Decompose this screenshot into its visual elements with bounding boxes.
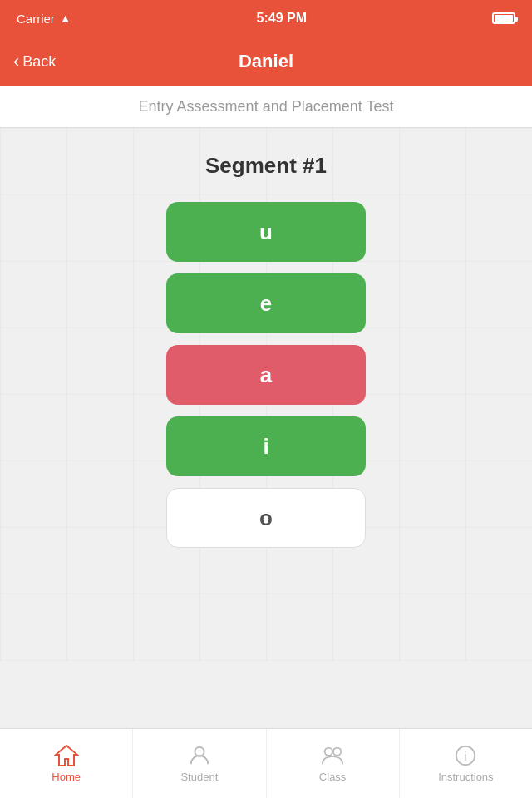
tab-student-label: Student [180,771,218,783]
tab-class[interactable]: Class [267,729,400,798]
wifi-icon: ▲ [60,12,71,25]
main-content: Segment #1 u e a i o [0,128,532,662]
answer-button-u[interactable]: u [166,202,366,262]
back-button[interactable]: ‹ Back [13,52,56,71]
status-bar: Carrier ▲ 5:49 PM [0,0,532,37]
segment-title: Segment #1 [205,153,327,179]
carrier-label: Carrier [17,12,55,26]
home-icon [54,744,79,767]
subtitle-bar: Entry Assessment and Placement Test [0,86,532,128]
battery-icon [492,12,515,24]
subtitle-text: Entry Assessment and Placement Test [139,98,394,116]
class-icon [320,744,345,767]
answer-button-e[interactable]: e [166,273,366,333]
chevron-left-icon: ‹ [13,52,19,71]
tab-student[interactable]: Student [133,729,266,798]
tab-class-label: Class [319,771,347,783]
tab-home-label: Home [52,771,81,783]
tab-bar: Home Student Class i Instructions [0,728,532,798]
nav-bar: ‹ Back Daniel [0,37,532,86]
student-icon [187,744,212,767]
instructions-icon: i [453,744,478,767]
tab-instructions[interactable]: i Instructions [400,729,532,798]
nav-title: Daniel [239,51,293,72]
svg-point-2 [333,748,341,756]
back-label: Back [22,53,56,71]
answer-button-i[interactable]: i [166,416,366,476]
svg-text:i: i [465,749,467,763]
answer-button-o[interactable]: o [166,488,366,548]
answer-button-a[interactable]: a [166,345,366,405]
tab-home[interactable]: Home [0,729,133,798]
tab-instructions-label: Instructions [438,771,493,783]
svg-point-1 [325,748,332,756]
status-time: 5:49 PM [257,11,307,26]
